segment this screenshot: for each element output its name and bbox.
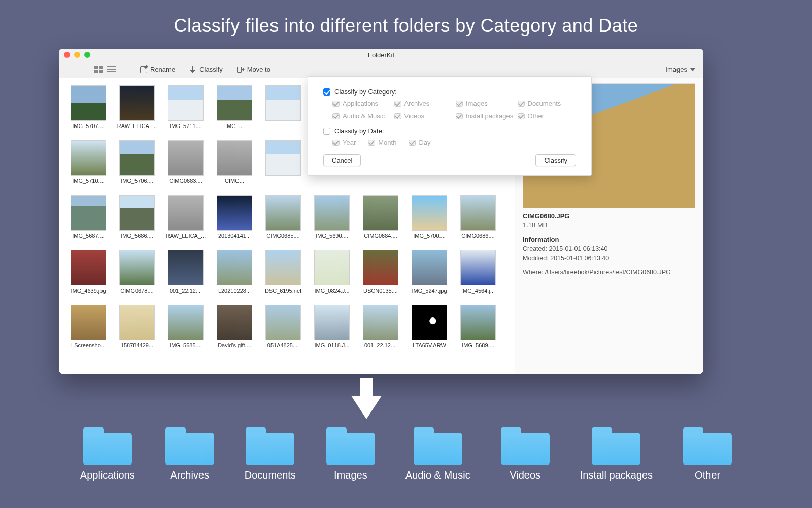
category-option[interactable]: Other <box>518 112 577 120</box>
thumbnail-image <box>168 305 204 340</box>
thumbnail-item[interactable]: IMG_5689.... <box>457 305 499 356</box>
category-option[interactable]: Audio & Music <box>332 112 391 120</box>
thumbnail-item[interactable]: IMG_5707.... <box>67 85 110 136</box>
thumbnail-caption: IMG_... <box>225 123 244 129</box>
window-controls[interactable] <box>64 52 90 58</box>
checkbox-icon <box>518 113 525 119</box>
chevron-down-icon <box>690 68 695 71</box>
destination-folder[interactable]: Documents <box>245 427 296 481</box>
thumbnail-image <box>314 250 350 285</box>
thumbnail-image <box>363 305 398 340</box>
classify-by-category-label: Classify by Category: <box>334 88 397 96</box>
thumbnail-caption: IMG_4639.jpg <box>71 288 106 294</box>
thumbnail-item[interactable]: 001_22.12.... <box>164 250 207 301</box>
thumbnail-item[interactable]: DSCN0135.... <box>359 250 402 301</box>
thumbnail-item[interactable]: CIMG0683.... <box>164 140 207 191</box>
thumbnail-item[interactable]: CIMG0684.... <box>359 195 402 246</box>
thumbnail-image <box>217 140 252 176</box>
classify-button[interactable]: Classify <box>189 66 223 73</box>
thumbnail-item[interactable]: IMG_5247.jpg <box>408 250 451 301</box>
category-option[interactable]: Applications <box>332 100 391 107</box>
rename-button[interactable]: Rename <box>140 66 175 73</box>
checkbox-icon <box>332 113 340 119</box>
thumbnail-item[interactable]: LScreensho... <box>67 305 110 356</box>
thumbnail-item[interactable]: IMG_5686.... <box>116 195 158 246</box>
category-option[interactable]: Videos <box>394 112 453 120</box>
close-icon[interactable] <box>64 52 70 58</box>
thumbnail-caption: RAW_LEICA_... <box>117 123 157 129</box>
down-arrow-icon <box>351 378 382 419</box>
date-option[interactable]: Day <box>409 139 430 146</box>
thumbnail-image <box>119 250 155 285</box>
detail-filename: CIMG0680.JPG <box>523 212 695 220</box>
thumbnail-caption: CIMG0685.... <box>266 233 299 239</box>
thumbnail-item[interactable]: IMG_5711.... <box>164 85 207 136</box>
grid-view-icon[interactable] <box>94 66 104 73</box>
thumbnail-caption: CIMG0684.... <box>364 233 397 239</box>
thumbnail-item[interactable]: CIMG... <box>213 140 256 191</box>
destination-folder[interactable]: Applications <box>80 427 135 481</box>
cancel-button[interactable]: Cancel <box>323 154 361 166</box>
destination-folder[interactable]: Archives <box>165 427 214 481</box>
classify-by-category-checkbox[interactable] <box>323 88 330 96</box>
thumbnail-item[interactable]: David's gift.... <box>213 305 256 356</box>
thumbnail-item[interactable] <box>262 85 304 136</box>
moveto-button[interactable]: Move to <box>237 66 270 73</box>
thumbnail-caption: IMG_5711.... <box>170 123 202 129</box>
category-options: ApplicationsArchivesImagesDocumentsAudio… <box>332 100 576 120</box>
thumbnail-item[interactable]: IMG_0118.J... <box>311 305 353 356</box>
folder-label: Other <box>695 469 720 481</box>
zoom-icon[interactable] <box>84 52 90 58</box>
thumbnail-item[interactable]: IMG_0824.J... <box>311 250 353 301</box>
destination-folder[interactable]: Images <box>326 427 375 481</box>
date-option[interactable]: Year <box>332 139 356 146</box>
destination-folder[interactable]: Videos <box>501 427 550 481</box>
thumbnail-item[interactable]: IMG_5690.... <box>311 195 353 246</box>
thumbnail-item[interactable]: L20210228... <box>213 250 256 301</box>
checkbox-icon <box>332 140 340 146</box>
thumbnail-item[interactable]: 001_22.12.... <box>359 305 402 356</box>
thumbnail-item[interactable]: DSC_6195.nef <box>262 250 304 301</box>
destination-folder[interactable]: Install packages <box>580 427 653 481</box>
filter-dropdown[interactable]: Images <box>665 66 695 73</box>
thumbnail-image <box>217 250 252 285</box>
thumbnail-item[interactable]: RAW_LEICA_... <box>164 195 207 246</box>
category-option[interactable]: Images <box>456 100 515 107</box>
classify-confirm-button[interactable]: Classify <box>535 154 576 166</box>
category-option[interactable]: Archives <box>394 100 453 107</box>
thumbnail-item[interactable]: IMG_... <box>213 85 256 136</box>
thumbnail-item[interactable]: CIMG0678.... <box>116 250 158 301</box>
thumbnail-item[interactable]: CIMG0686.... <box>457 195 499 246</box>
thumbnail-item[interactable]: 051A4825.... <box>262 305 304 356</box>
thumbnail-item[interactable]: IMG_5700.... <box>408 195 451 246</box>
thumbnail-image <box>217 85 252 121</box>
view-toggle[interactable] <box>94 66 116 73</box>
thumbnail-item[interactable]: 201304141... <box>213 195 256 246</box>
thumbnail-item[interactable]: 158784429... <box>116 305 158 356</box>
thumbnail-item[interactable]: IMG_5687.... <box>67 195 110 246</box>
category-option[interactable]: Documents <box>518 100 577 107</box>
filter-label: Images <box>665 66 687 73</box>
page-headline: Classify files into different folders by… <box>0 0 812 37</box>
thumbnail-item[interactable]: LTA65V.ARW <box>408 305 451 356</box>
thumbnail-caption: DSCN0135.... <box>363 288 398 294</box>
category-option[interactable]: Install packages <box>456 112 515 120</box>
thumbnail-item[interactable]: IMG_4564.j... <box>457 250 499 301</box>
window-title: FolderKit <box>368 51 394 59</box>
thumbnail-item[interactable]: IMG_5710.... <box>67 140 110 191</box>
thumbnail-item[interactable]: IMG_5706.... <box>116 140 158 191</box>
thumbnail-item[interactable]: RAW_LEICA_... <box>116 85 158 136</box>
minimize-icon[interactable] <box>74 52 80 58</box>
date-option[interactable]: Month <box>368 139 396 146</box>
thumbnail-item[interactable]: IMG_5685.... <box>164 305 207 356</box>
thumbnail-item[interactable]: CIMG0685.... <box>262 195 304 246</box>
thumbnail-caption: IMG_5706.... <box>121 178 153 184</box>
destination-folder[interactable]: Other <box>683 427 732 481</box>
classify-label: Classify <box>199 66 223 73</box>
thumbnail-item[interactable] <box>262 140 304 191</box>
thumbnail-item[interactable]: IMG_4639.jpg <box>67 250 110 301</box>
destination-folder[interactable]: Audio & Music <box>405 427 470 481</box>
classify-by-date-checkbox[interactable] <box>323 128 330 135</box>
list-view-icon[interactable] <box>107 66 116 73</box>
thumbnail-image <box>168 140 204 176</box>
